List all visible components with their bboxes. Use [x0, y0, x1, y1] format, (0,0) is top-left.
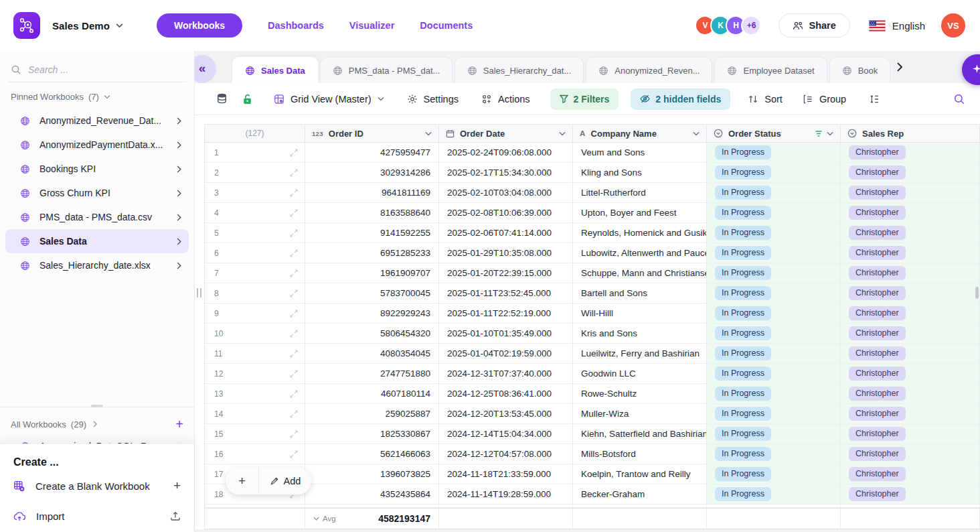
table-row[interactable]: 5 9141592255 2025-02-06T07:41:14.000 Rey… — [205, 223, 980, 243]
cell-sales-rep[interactable]: Christopher — [841, 484, 980, 504]
table-row[interactable]: 18 4352435864 2024-11-14T19:28:59.000 Be… — [205, 484, 980, 505]
cell-sales-rep[interactable]: Christopher — [841, 183, 980, 202]
cell-order-id[interactable]: 2747751880 — [305, 364, 439, 383]
workspace-chevron-down-icon[interactable] — [116, 23, 123, 28]
row-handle-cell[interactable]: 13 — [205, 384, 305, 403]
row-handle-cell[interactable]: 3 — [205, 183, 305, 202]
cell-order-status[interactable]: In Progress — [707, 404, 841, 423]
expand-row-icon[interactable] — [290, 410, 298, 418]
cell-order-date[interactable]: 2024-12-12T04:57:08.000 — [439, 444, 573, 464]
cell-company-name[interactable]: Upton, Boyer and Feest — [573, 203, 707, 222]
column-header-company-name[interactable]: A Company Name — [573, 125, 707, 142]
cell-company-name[interactable]: Kiehn, Satterfield and Bashirian — [573, 424, 707, 444]
cell-order-date[interactable]: 2024-12-20T13:53:45.000 — [439, 404, 573, 423]
row-handle-cell[interactable]: 6 — [205, 243, 305, 263]
add-workbook-button[interactable]: + — [175, 417, 183, 431]
sidebar-item[interactable]: Sales Data — [5, 229, 189, 253]
table-row[interactable]: 17 1396073825 2024-11-18T21:33:59.000 Ko… — [205, 464, 980, 484]
cell-sales-rep[interactable]: Christopher — [841, 404, 980, 423]
cell-order-id[interactable]: 1961909707 — [305, 263, 439, 283]
cell-sales-rep[interactable]: Christopher — [841, 283, 980, 303]
cell-order-status[interactable]: In Progress — [707, 364, 841, 383]
row-handle-cell[interactable]: 1 — [205, 143, 305, 162]
cell-order-id[interactable]: 6951285233 — [305, 243, 439, 263]
row-handle-cell[interactable]: 8 — [205, 283, 305, 303]
cell-order-id[interactable]: 3029314286 — [305, 163, 439, 182]
all-workbooks-header[interactable]: All Workbooks (29) + — [0, 412, 194, 436]
row-handle-cell[interactable]: 14 — [205, 404, 305, 423]
cell-company-name[interactable]: Koelpin, Trantow and Reilly — [573, 464, 707, 484]
cell-order-date[interactable]: 2025-02-17T15:34:30.000 — [439, 163, 573, 182]
cell-order-id[interactable]: 5783700045 — [305, 283, 439, 303]
cell-company-name[interactable]: Littel-Rutherford — [573, 183, 707, 202]
sidebar-item[interactable]: AnonymizedPaymentData.x... — [5, 133, 189, 157]
cell-company-name[interactable]: Kris and Sons — [573, 324, 707, 343]
expand-row-icon[interactable] — [290, 330, 298, 338]
actions-button[interactable]: Actions — [481, 94, 530, 105]
share-button[interactable]: Share — [779, 13, 849, 38]
column-filter-icon[interactable] — [815, 130, 823, 137]
cell-company-name[interactable]: Will-Hilll — [573, 304, 707, 323]
row-handle-cell[interactable]: 7 — [205, 263, 305, 283]
expand-row-icon[interactable] — [290, 289, 298, 297]
cell-order-status[interactable]: In Progress — [707, 424, 841, 444]
cell-sales-rep[interactable]: Christopher — [841, 344, 980, 363]
summary-aggregate-cell[interactable]: Avg 4582193147 — [305, 509, 439, 529]
nav-visualizer[interactable]: Visualizer — [349, 20, 394, 31]
cell-company-name[interactable]: Mills-Botsford — [573, 444, 707, 464]
row-handle-cell[interactable]: 16 — [205, 444, 305, 464]
divider-grip-handle[interactable] — [91, 405, 103, 407]
nav-documents[interactable]: Documents — [420, 20, 473, 31]
cell-order-id[interactable]: 5806454320 — [305, 324, 439, 343]
cell-order-id[interactable]: 5621466063 — [305, 444, 439, 464]
table-row[interactable]: 16 5621466063 2024-12-12T04:57:08.000 Mi… — [205, 444, 980, 464]
table-row[interactable]: 15 1825330867 2024-12-14T15:04:34.000 Ki… — [205, 424, 980, 444]
row-height-icon[interactable] — [866, 91, 882, 107]
cell-order-id[interactable]: 9141592255 — [305, 223, 439, 243]
cell-sales-rep[interactable]: Christopher — [841, 143, 980, 162]
expand-row-icon[interactable] — [290, 310, 298, 318]
tab-sales-hierarchy-dat-[interactable]: Sales_Hierarchy_dat... — [455, 57, 584, 83]
cell-order-date[interactable]: 2024-12-31T07:37:40.000 — [439, 364, 573, 383]
row-handle-cell[interactable]: 4 — [205, 203, 305, 222]
column-header-sales-rep[interactable]: Sales Rep — [841, 125, 980, 142]
vertical-scrollbar[interactable] — [975, 287, 979, 299]
nav-workbooks[interactable]: Workbooks — [157, 13, 242, 38]
table-row[interactable]: 1 4275959477 2025-02-24T09:06:08.000 Veu… — [205, 143, 980, 163]
row-handle-cell[interactable]: 10 — [205, 324, 305, 343]
cell-order-id[interactable]: 259025887 — [305, 404, 439, 423]
cell-sales-rep[interactable]: Christopher — [841, 364, 980, 383]
cell-order-date[interactable]: 2025-01-20T22:39:15.000 — [439, 263, 573, 283]
table-row[interactable]: 2 3029314286 2025-02-17T15:34:30.000 Kli… — [205, 163, 980, 183]
cell-sales-rep[interactable]: Christopher — [841, 384, 980, 403]
chevron-right-icon[interactable] — [176, 262, 182, 269]
cell-sales-rep[interactable]: Christopher — [841, 263, 980, 283]
table-row[interactable]: 13 4607180114 2024-12-25T08:36:41.000 Ro… — [205, 384, 980, 404]
cell-order-date[interactable]: 2025-01-04T02:19:59.000 — [439, 344, 573, 363]
cell-order-status[interactable]: In Progress — [707, 203, 841, 222]
cell-order-id[interactable]: 1825330867 — [305, 424, 439, 444]
table-row[interactable]: 4 8163588640 2025-02-08T10:06:39.000 Upt… — [205, 203, 980, 223]
cell-company-name[interactable]: Schuppe, Mann and Christiansen — [573, 263, 707, 283]
cell-company-name[interactable]: Bartell and Sons — [573, 283, 707, 303]
cell-company-name[interactable]: Kling and Sons — [573, 163, 707, 182]
filters-button[interactable]: 2 Filters — [550, 88, 619, 110]
nav-dashboards[interactable]: Dashboards — [268, 20, 324, 31]
row-handle-cell[interactable]: 9 — [205, 304, 305, 323]
cell-sales-rep[interactable]: Christopher — [841, 324, 980, 343]
panel-resize-handle[interactable] — [197, 288, 201, 297]
table-row[interactable]: 10 5806454320 2025-01-10T01:35:49.000 Kr… — [205, 324, 980, 344]
cell-order-id[interactable]: 9641811169 — [305, 183, 439, 202]
cell-order-status[interactable]: In Progress — [707, 163, 841, 182]
cell-order-status[interactable]: In Progress — [707, 243, 841, 263]
create-blank-workbook-item[interactable]: Create a Blank Workbook + — [0, 473, 194, 498]
cell-sales-rep[interactable]: Christopher — [841, 203, 980, 222]
chevron-right-icon[interactable] — [176, 214, 182, 221]
plus-icon[interactable]: + — [173, 478, 181, 493]
sort-button[interactable]: Sort — [748, 94, 783, 105]
cell-order-status[interactable]: In Progress — [707, 223, 841, 243]
cell-sales-rep[interactable]: Christopher — [841, 243, 980, 263]
table-row[interactable]: 6 6951285233 2025-01-29T10:35:08.000 Lub… — [205, 243, 980, 263]
cell-order-date[interactable]: 2024-12-14T15:04:34.000 — [439, 424, 573, 444]
cell-order-id[interactable]: 4352435864 — [305, 484, 439, 504]
